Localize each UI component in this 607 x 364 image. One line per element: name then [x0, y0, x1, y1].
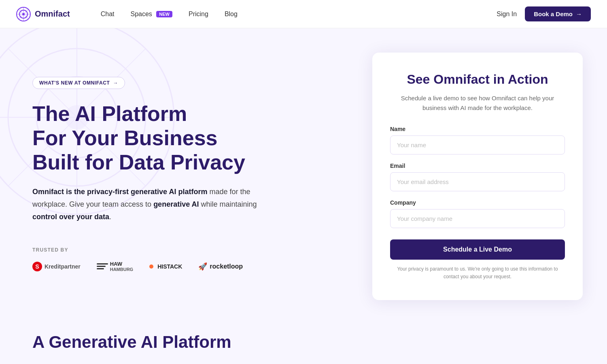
- arrow-right-icon: →: [113, 80, 118, 86]
- nav-blog[interactable]: Blog: [218, 7, 244, 21]
- hero-title: The AI Platform For Your Business Built …: [32, 102, 356, 174]
- histack-dot-icon: [149, 265, 153, 269]
- name-input[interactable]: [390, 135, 565, 154]
- histack-logo: HISTACK: [149, 263, 182, 270]
- schedule-demo-button[interactable]: Schedule a Live Demo: [390, 239, 565, 260]
- nav-spaces[interactable]: Spaces NEW: [124, 7, 179, 21]
- demo-form-card: See Omnifact in Action Schedule a live d…: [372, 53, 583, 300]
- sparkasse-icon: S: [32, 262, 42, 271]
- trusted-logos: S Kreditpartner HAW HAMBURG: [32, 261, 356, 272]
- hero-section: WHAT'S NEW AT OMNIFACT → The AI Platform…: [0, 28, 607, 316]
- rocket-icon: 🚀: [198, 262, 207, 271]
- nav-pricing[interactable]: Pricing: [182, 7, 215, 21]
- company-input[interactable]: [390, 209, 565, 228]
- logo-label: Omnifact: [35, 9, 70, 19]
- sign-in-button[interactable]: Sign In: [497, 11, 517, 18]
- rocketloop-logo: 🚀 rocketloop: [198, 262, 243, 271]
- nav-right: Sign In Book a Demo →: [497, 6, 591, 21]
- email-field-group: Email: [390, 163, 565, 191]
- company-label: Company: [390, 199, 565, 206]
- hero-subtitle: Omnifact is the privacy-first generative…: [32, 186, 259, 223]
- privacy-text: Your privacy is paramount to us. We're o…: [390, 265, 565, 281]
- bottom-title: A Generative AI Platform: [32, 332, 575, 352]
- email-label: Email: [390, 163, 565, 169]
- whats-new-button[interactable]: WHAT'S NEW AT OMNIFACT →: [32, 77, 125, 89]
- haw-hamburg-logo: HAW HAMBURG: [97, 261, 133, 272]
- company-field-group: Company: [390, 199, 565, 228]
- form-subtitle: Schedule a live demo to see how Omnifact…: [390, 93, 565, 113]
- name-field-group: Name: [390, 126, 565, 154]
- hero-left: WHAT'S NEW AT OMNIFACT → The AI Platform…: [32, 53, 356, 272]
- kreditpartner-logo: S Kreditpartner: [32, 262, 81, 271]
- trusted-section: TRUSTED BY S Kreditpartner HAW H: [32, 247, 356, 272]
- nav-chat[interactable]: Chat: [94, 7, 121, 21]
- arrow-right-icon: →: [576, 11, 582, 17]
- nav-links: Chat Spaces NEW Pricing Blog: [94, 7, 497, 21]
- email-input[interactable]: [390, 172, 565, 191]
- trusted-label: TRUSTED BY: [32, 247, 356, 253]
- hero-right: See Omnifact in Action Schedule a live d…: [372, 53, 583, 300]
- spaces-new-badge: NEW: [156, 11, 172, 17]
- omnifact-logo-icon: [16, 7, 31, 21]
- logo[interactable]: Omnifact: [16, 7, 70, 21]
- book-demo-button[interactable]: Book a Demo →: [525, 6, 591, 21]
- name-label: Name: [390, 126, 565, 132]
- whats-new-label: WHAT'S NEW AT OMNIFACT: [39, 80, 110, 86]
- bottom-section: A Generative AI Platform: [0, 316, 607, 360]
- haw-lines-icon: [97, 263, 108, 269]
- navigation: Omnifact Chat Spaces NEW Pricing Blog Si…: [0, 0, 607, 28]
- form-title: See Omnifact in Action: [390, 72, 565, 87]
